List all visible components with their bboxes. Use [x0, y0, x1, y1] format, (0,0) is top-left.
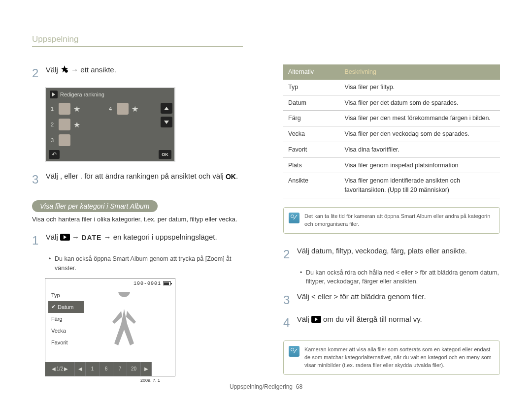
s1-prefix: Välj — [46, 233, 60, 241]
r-step2-bullet: Du kan också röra och hålla ned < eller … — [300, 268, 500, 287]
thumb[interactable]: 6 — [100, 362, 113, 376]
rank-num: 2 — [51, 122, 56, 127]
prev-button[interactable]: ◀ — [75, 362, 86, 376]
table-row: PlatsVisa ﬁler genom inspelad platsinfor… — [283, 157, 500, 173]
step2-prefix: Välj — [46, 65, 60, 74]
s1-mid: → — [70, 233, 81, 241]
menu-typ[interactable]: Typ — [48, 289, 84, 301]
left-column: 2 Välj → ett ansikte. Redigera rankning … — [32, 64, 249, 376]
next-button[interactable]: ▶ — [141, 362, 152, 376]
menu-vecka[interactable]: Vecka — [48, 325, 84, 337]
star-icon: ★ — [73, 104, 79, 114]
thumb[interactable]: 20 — [127, 362, 141, 376]
preview-silhouette — [95, 292, 154, 361]
table-row: VeckaVisa ﬁler per den veckodag som de s… — [283, 126, 500, 142]
table-row: FavoritVisa dina favoritﬁler. — [283, 142, 500, 157]
th-option: Alternativ — [283, 64, 339, 80]
section-title: Uppspelning — [32, 34, 243, 47]
step-number: 4 — [283, 314, 295, 332]
album-menu: Typ ✔Datum Färg Vecka Favorit — [48, 289, 84, 348]
back-button[interactable]: ↶ — [49, 150, 60, 159]
check-icon: ✔ — [51, 304, 56, 310]
star-person-icon — [60, 65, 69, 74]
right-step-2: 2 Välj datum, filtyp, veckodag, färg, pl… — [283, 246, 500, 263]
note-1: ⁄ Det kan ta lite tid för kameran att öp… — [283, 207, 500, 234]
ranking-screenshot: Redigera rankning 1★ 4★ 2★ 3 — [45, 87, 175, 162]
play-icon — [50, 91, 58, 98]
album-screenshot: 100-0001 Typ ✔Datum Färg Vecka Favorit ◀… — [45, 278, 175, 376]
table-row: AnsikteVisa ﬁler genom identiﬁerade ansi… — [283, 173, 500, 198]
step-number: 2 — [283, 246, 295, 263]
menu-favorit[interactable]: Favorit — [48, 337, 84, 348]
s1-suffix: → en kategori i uppspelningsläget. — [101, 233, 217, 241]
r-step4-prefix: Välj — [297, 315, 311, 323]
image-counter: 100-0001 — [133, 281, 161, 286]
battery-icon — [163, 281, 171, 285]
svg-point-1 — [65, 69, 67, 72]
ok-button[interactable]: OK — [159, 150, 171, 159]
r-step3-text: Välj < eller > för att bläddra genom fil… — [297, 291, 426, 303]
rank-num: 1 — [51, 106, 56, 112]
right-column: Alternativ Beskrivning TypVisa ﬁler per … — [283, 64, 500, 376]
playback-icon — [60, 234, 70, 241]
step-number: 3 — [32, 171, 44, 188]
step1-bullet: Du kan också öppna Smart Album genom att… — [49, 254, 249, 273]
table-row: FärgVisa ﬁler per den mest förekommande … — [283, 111, 500, 126]
th-desc: Beskrivning — [339, 64, 500, 80]
page-footer: Uppspelning/Redigering 68 — [0, 383, 532, 390]
star-icon: ★ — [73, 120, 79, 129]
step3-text: Välj , eller . för att ändra rankingen p… — [46, 172, 226, 180]
step2-suffix: → ett ansikte. — [69, 65, 116, 74]
face-thumb — [59, 119, 70, 130]
face-thumb — [117, 103, 129, 115]
note-icon: ⁄ — [289, 213, 299, 223]
step-number: 3 — [283, 291, 295, 309]
table-row: TypVisa ﬁler per ﬁltyp. — [283, 80, 500, 95]
thumb[interactable]: 1 — [86, 362, 100, 376]
note-2: ⁄ Kameran kommer att visa alla ﬁler som … — [283, 340, 500, 375]
star-icon: ★ — [132, 104, 137, 114]
ranking-title: Redigera rankning — [60, 92, 104, 97]
ok-icon: OK — [226, 172, 236, 182]
rank-up-button[interactable] — [161, 103, 172, 114]
left-step-2: 2 Välj → ett ansikte. — [32, 64, 249, 82]
r-step2-text: Välj datum, filtyp, veckodag, färg, plat… — [297, 246, 467, 257]
smart-album-heading: Visa filer per kategori i Smart Album — [32, 200, 158, 212]
playback-icon — [311, 316, 321, 323]
rank-num: 4 — [109, 106, 114, 112]
note-icon: ⁄ — [289, 346, 299, 357]
page-indicator: ◀ 1/2 ▶ — [45, 362, 75, 376]
left-step-3: 3 Välj , eller . för att ändra rankingen… — [32, 171, 249, 188]
face-thumb — [59, 103, 70, 115]
rank-down-button[interactable] — [161, 117, 172, 127]
rank-num: 3 — [51, 137, 56, 143]
options-table: Alternativ Beskrivning TypVisa ﬁler per … — [283, 64, 500, 198]
table-row: DatumVisa ﬁler per det datum som de spar… — [283, 95, 500, 111]
thumb[interactable]: 7 — [113, 362, 127, 376]
menu-farg[interactable]: Färg — [48, 313, 84, 325]
menu-datum[interactable]: ✔Datum — [48, 301, 84, 313]
smart-album-desc: Visa och hantera ﬁler i olika kategorier… — [32, 215, 249, 224]
step-number: 2 — [32, 64, 44, 82]
right-step-3: 3 Välj < eller > för att bläddra genom f… — [283, 291, 500, 309]
left-step-1: 1 Välj → DATE → en kategori i uppspelnin… — [32, 232, 249, 249]
right-step-4: 4 Välj om du vill återgå till normal vy. — [283, 314, 500, 332]
date-icon: DATE — [81, 233, 101, 243]
r-step4-suffix: om du vill återgå till normal vy. — [321, 315, 422, 323]
face-thumb — [59, 134, 70, 146]
album-date: 2009. 7. 1 — [140, 378, 160, 383]
step-number: 1 — [32, 232, 44, 249]
